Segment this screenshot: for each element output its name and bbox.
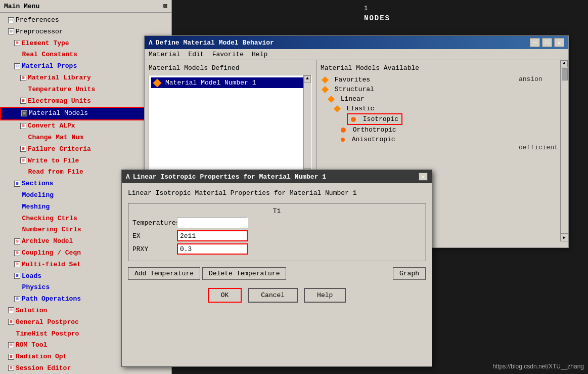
dialog-material-title-bar: Λ Define Material Model Behavior ─ □ ✕ [145, 36, 568, 49]
menu-material[interactable]: Material [149, 51, 180, 58]
iso-subtitle: Linear Isotropic Material Properties for… [128, 189, 426, 197]
line-number: 1 [364, 5, 390, 12]
linear-icon [328, 95, 335, 102]
model-list-item[interactable]: Material Model Number 1 [151, 77, 309, 88]
dialog-material-title: Define Material Model Behavior [156, 39, 274, 47]
sidebar-title-bar: Main Menu ⊠ [0, 0, 171, 13]
ok-button[interactable]: OK [208, 288, 242, 303]
dialog-isotropic-body: Linear Isotropic Material Properties for… [122, 183, 432, 309]
tree-node-isotropic[interactable]: Isotropic [347, 113, 402, 125]
right-panel-extra-text: ansion oefficient [519, 75, 558, 151]
dialog-material-icon: Λ [149, 39, 153, 47]
sidebar-title: Main Menu [4, 3, 39, 10]
right-panel-scrollbar[interactable]: ▲ ▼ [560, 60, 568, 241]
iso-row-prxy: PRXY [132, 243, 421, 255]
extra-text-1: ansion [519, 75, 558, 83]
scroll-corner[interactable]: ▶ [560, 233, 568, 241]
model-list-scrollbar[interactable]: ▲ ▼ [303, 75, 311, 176]
sidebar-collapse-icon[interactable]: ⊠ [163, 2, 167, 10]
linear-label: Linear [341, 95, 365, 103]
ex-label: EX [132, 232, 173, 240]
elastic-label: Elastic [347, 105, 375, 112]
iso-row-temperatures: Temperatures [132, 217, 421, 228]
iso-table-area: T1 Temperatures EX PRXY [128, 203, 426, 261]
minimize-button[interactable]: ─ [530, 38, 540, 47]
close-button[interactable]: ✕ [554, 38, 564, 47]
dialog-material-controls: ─ □ ✕ [530, 38, 564, 47]
model-list: Material Model Number 1 ▲ ▼ [149, 75, 312, 176]
anisotropic-icon [341, 138, 345, 142]
iso-table-header: T1 [132, 207, 421, 215]
prxy-input[interactable] [177, 243, 248, 255]
isotropic-icon [351, 117, 356, 122]
orthotropic-label: Orthotropic [353, 126, 396, 134]
menu-help[interactable]: Help [252, 51, 267, 58]
right-scroll-thumb[interactable] [562, 68, 568, 80]
dialog-material-title-left: Λ Define Material Model Behavior [149, 39, 274, 47]
panel-left-title: Material Models Defined [149, 64, 312, 72]
action-buttons-row: Add Temperature Delete Temperature Graph [128, 267, 426, 280]
dialog-isotropic-title: Linear Isotropic Properties for Material… [133, 173, 326, 181]
add-temperature-button[interactable]: Add Temperature [128, 267, 200, 280]
structural-icon [322, 86, 329, 93]
iso-main-buttons: OK Cancel Help [128, 288, 426, 303]
scroll-up-arrow[interactable]: ▲ [304, 75, 311, 82]
dialog-isotropic-icon: Λ [126, 173, 130, 181]
graph-button[interactable]: Graph [393, 267, 426, 280]
nodes-label: 1 NODES [364, 5, 390, 22]
isotropic-label: Isotropic [363, 115, 398, 123]
dialog-isotropic: Λ Linear Isotropic Properties for Materi… [121, 170, 432, 367]
help-button[interactable]: Help [304, 288, 346, 303]
menu-favorite[interactable]: Favorite [212, 51, 244, 58]
dialog-material-menubar: Material Edit Favorite Help [145, 49, 568, 60]
elastic-icon [334, 105, 341, 112]
model-diamond-icon [153, 78, 162, 87]
maximize-button[interactable]: □ [542, 38, 552, 47]
favorites-icon [322, 76, 329, 83]
prxy-label: PRXY [132, 245, 173, 253]
dialog-isotropic-title-left: Λ Linear Isotropic Properties for Materi… [126, 173, 326, 181]
structural-label: Structural [335, 86, 374, 93]
cancel-button[interactable]: Cancel [248, 288, 298, 303]
ex-input[interactable] [177, 230, 248, 241]
temperatures-input[interactable] [177, 217, 248, 228]
anisotropic-label: Anisotropic [352, 136, 395, 143]
nodes-text: NODES [364, 14, 390, 22]
dialog-isotropic-title-bar: Λ Linear Isotropic Properties for Materi… [122, 170, 432, 183]
top-area: 1 NODES [172, 0, 588, 40]
favorites-label: Favorites [335, 76, 370, 84]
delete-temperature-button[interactable]: Delete Temperature [202, 267, 286, 280]
menu-edit[interactable]: Edit [188, 51, 204, 58]
right-scroll-up[interactable]: ▲ [561, 60, 568, 67]
panel-right-title: Material Models Available [321, 64, 564, 72]
sidebar-item-preferences[interactable]: ⊟Preferences [0, 15, 171, 26]
iso-row-ex: EX [132, 230, 421, 241]
dialog-isotropic-close[interactable]: ✕ [419, 173, 428, 181]
orthotropic-icon [341, 128, 346, 133]
watermark: https://blog.csdn.net/XTU__zhang [492, 363, 584, 370]
column-t1: T1 [273, 207, 281, 215]
model-item-label: Material Model Number 1 [165, 79, 256, 87]
extra-text-2: oefficient [519, 144, 558, 151]
temperatures-label: Temperatures [132, 219, 173, 227]
